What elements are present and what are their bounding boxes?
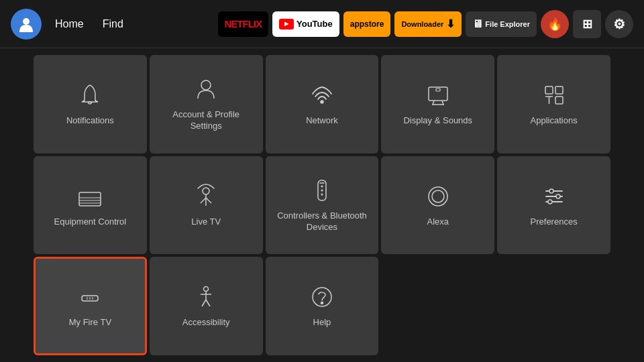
settings-button[interactable]: ⚙ [605, 10, 633, 38]
network-tile[interactable]: Network [266, 55, 379, 154]
controllers-tile[interactable]: Controllers & Bluetooth Devices [266, 156, 379, 255]
fire-app[interactable]: 🔥 [541, 10, 569, 38]
appstore-app[interactable]: appstore [343, 11, 391, 37]
account-tile[interactable]: Account & Profile Settings [150, 55, 263, 154]
display-tile[interactable]: Display & Sounds [381, 55, 494, 154]
display-icon [425, 82, 451, 109]
equipment-label: Equipment Control [54, 217, 127, 228]
avatar[interactable] [11, 9, 42, 40]
tv-icon [76, 183, 103, 210]
nav-home[interactable]: Home [50, 14, 89, 34]
settings-grid: Notifications Account & Profile Settings… [34, 55, 610, 355]
display-label: Display & Sounds [403, 115, 472, 127]
network-label: Network [306, 115, 338, 127]
remote-icon [309, 177, 335, 204]
bell-icon [76, 82, 103, 109]
accessibility-label: Accessibility [182, 317, 230, 328]
nav-find[interactable]: Find [97, 14, 129, 34]
wifi-icon [309, 82, 335, 109]
top-navigation: Home Find NETFLIX YouTube appstore Downl… [0, 0, 644, 48]
controllers-label: Controllers & Bluetooth Devices [272, 210, 372, 233]
preferences-tile[interactable]: Preferences [497, 156, 610, 255]
youtube-app[interactable]: YouTube [272, 11, 339, 37]
alexa-icon [425, 183, 451, 210]
alexa-label: Alexa [427, 217, 449, 228]
preferences-label: Preferences [531, 217, 578, 228]
help-label: Help [313, 317, 331, 328]
livetv-tile[interactable]: Live TV [150, 156, 263, 255]
firestick-icon [76, 284, 103, 310]
person-icon [193, 76, 219, 103]
downloader-app[interactable]: Downloader⬇ [394, 11, 462, 37]
help-icon [309, 284, 335, 310]
alexa-tile[interactable]: Alexa [381, 156, 494, 255]
help-tile[interactable]: Help [266, 257, 379, 355]
accessibility-icon [193, 284, 219, 310]
account-label: Account & Profile Settings [156, 109, 256, 132]
antenna-icon [193, 183, 219, 210]
svg-point-45 [23, 18, 30, 25]
empty-cell-1 [381, 257, 494, 355]
sliders-icon [541, 183, 568, 210]
notifications-label: Notifications [66, 115, 114, 127]
equipment-tile[interactable]: Equipment Control [34, 156, 147, 255]
settings-main: Notifications Account & Profile Settings… [0, 48, 644, 362]
applications-tile[interactable]: Applications [497, 55, 610, 154]
apps-grid-button[interactable]: ⊞ [573, 10, 601, 38]
apps-icon [541, 82, 568, 109]
myfiretv-label: My Fire TV [69, 317, 111, 328]
accessibility-tile[interactable]: Accessibility [150, 257, 263, 355]
applications-label: Applications [531, 115, 578, 127]
livetv-label: Live TV [191, 217, 221, 228]
myfiretv-tile[interactable]: My Fire TV [34, 257, 147, 355]
notifications-tile[interactable]: Notifications [34, 55, 147, 154]
empty-cell-2 [497, 257, 610, 355]
app-shortcuts: NETFLIX YouTube appstore Downloader⬇ 🖥Fi… [218, 10, 633, 38]
fileexplorer-app[interactable]: 🖥File Explorer [466, 11, 537, 37]
netflix-app[interactable]: NETFLIX [218, 11, 269, 37]
